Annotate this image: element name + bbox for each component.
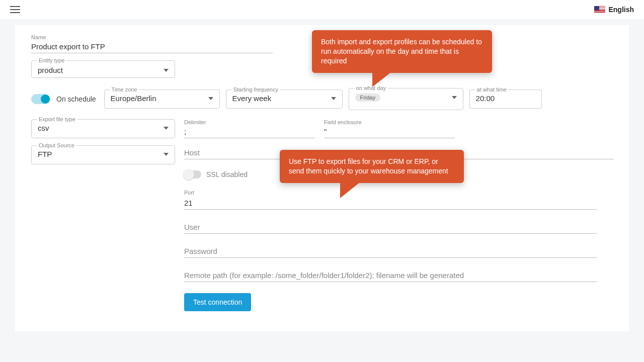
ssl-toggle[interactable] <box>184 170 201 178</box>
us-flag-icon <box>594 6 605 13</box>
timezone-label: Time zone <box>110 86 139 93</box>
field-enclosure-input[interactable] <box>324 125 455 138</box>
time-label: at what time <box>475 86 509 93</box>
timezone-value: Europe/Berlin <box>111 94 156 103</box>
frequency-select[interactable]: Starting frequency Every week <box>226 89 343 109</box>
day-select[interactable]: on what day Friday <box>349 88 463 110</box>
frequency-label: Starting frequency <box>231 86 280 93</box>
remote-path-input[interactable] <box>184 269 597 282</box>
output-source-value: FTP <box>38 150 52 158</box>
name-field: Name <box>31 34 273 53</box>
field-enclosure-label: Field enclosure <box>324 119 455 125</box>
language-label: English <box>608 6 634 14</box>
output-source-select[interactable]: Output Source FTP <box>31 145 175 164</box>
password-input[interactable] <box>184 245 597 258</box>
schedule-row: On schedule Time zone Europe/Berlin Star… <box>31 88 614 110</box>
port-field: Port <box>184 190 597 210</box>
port-input[interactable] <box>184 197 597 210</box>
time-input[interactable]: at what time 20:00 <box>469 89 542 109</box>
chevron-down-icon <box>164 127 169 130</box>
entity-type-value: product <box>38 66 63 74</box>
filetype-label: Export file type <box>37 116 77 122</box>
chevron-down-icon <box>452 96 457 99</box>
chevron-down-icon <box>208 97 213 100</box>
callout-ftp: Use FTP to export files for your CRM or … <box>280 150 464 183</box>
name-label: Name <box>31 34 273 40</box>
schedule-label: On schedule <box>56 95 96 103</box>
filetype-value: csv <box>38 124 49 132</box>
delimiter-input[interactable] <box>184 125 315 138</box>
callout-schedule: Both import and export profiles can be s… <box>312 30 492 73</box>
schedule-toggle[interactable] <box>31 94 50 104</box>
output-source-label: Output Source <box>37 142 76 148</box>
export-row: Export file type csv Delimiter Field enc… <box>31 119 614 138</box>
port-label: Port <box>184 190 597 196</box>
delimiter-label: Delimiter <box>184 119 315 125</box>
frequency-value: Every week <box>232 94 272 103</box>
entity-type-label: Entity type <box>37 57 66 63</box>
timezone-select[interactable]: Time zone Europe/Berlin <box>104 89 220 109</box>
filetype-select[interactable]: Export file type csv <box>31 119 175 138</box>
field-enclosure-field: Field enclosure <box>324 119 455 138</box>
ssl-label: SSL disabled <box>206 170 248 178</box>
chevron-down-icon <box>164 153 169 156</box>
user-input[interactable] <box>184 221 597 234</box>
language-selector[interactable]: English <box>594 6 634 14</box>
entity-type-select[interactable]: Entity type product <box>31 60 175 78</box>
menu-icon[interactable] <box>10 6 20 13</box>
time-value: 20:00 <box>476 94 495 103</box>
top-bar: English <box>0 0 644 19</box>
chevron-down-icon <box>331 97 336 100</box>
test-connection-button[interactable]: Test connection <box>184 293 251 311</box>
day-chip: Friday <box>355 94 381 102</box>
name-input[interactable] <box>31 40 273 53</box>
delimiter-field: Delimiter <box>184 119 315 138</box>
chevron-down-icon <box>164 69 169 72</box>
